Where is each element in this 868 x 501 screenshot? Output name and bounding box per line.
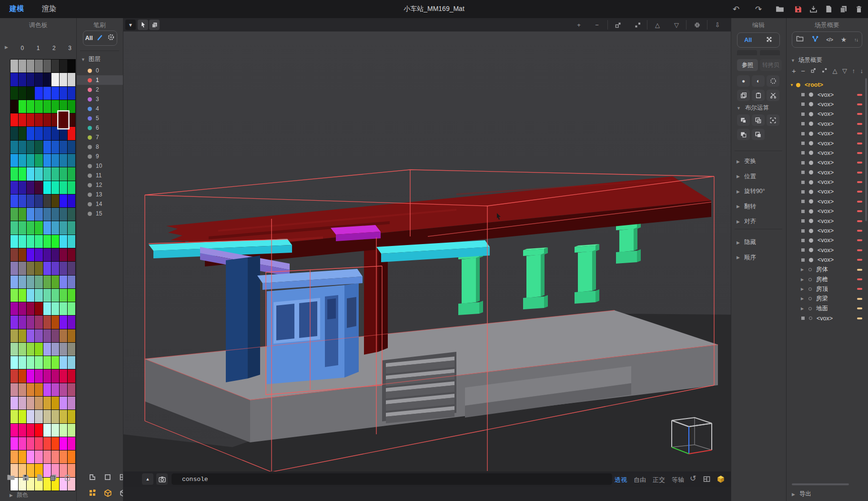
layer-row-5[interactable]: 5 xyxy=(76,113,123,123)
palette-swatch[interactable] xyxy=(51,154,59,167)
transform-move-icon[interactable] xyxy=(766,36,773,45)
palette-swatch[interactable] xyxy=(19,450,26,463)
palette-swatch[interactable] xyxy=(10,289,18,302)
palette-swatch[interactable] xyxy=(60,248,67,261)
export-expand-icon[interactable]: ▶ xyxy=(792,492,795,497)
copy-icon[interactable] xyxy=(737,90,750,101)
palette-swatch[interactable] xyxy=(19,127,26,140)
tree-row-vox[interactable]: <vox> xyxy=(786,235,868,245)
visibility-toggle[interactable] xyxy=(809,190,813,194)
edit-section-变换[interactable]: ▶变换 xyxy=(737,157,756,165)
palette-swatch[interactable] xyxy=(68,289,75,302)
material-dash[interactable] xyxy=(857,259,862,261)
edit-section-对齐[interactable]: ▶对齐 xyxy=(737,217,756,225)
visibility-toggle[interactable] xyxy=(808,287,812,291)
split-view-icon[interactable] xyxy=(703,475,711,485)
palette-swatch[interactable] xyxy=(60,87,67,100)
tree-row-vox[interactable]: <vox> xyxy=(786,197,868,206)
palette-swatch[interactable] xyxy=(68,221,75,234)
boolean-section[interactable]: ▼ 布尔运算 xyxy=(737,104,769,112)
palette-swatch[interactable] xyxy=(43,221,51,234)
palette-swatch[interactable] xyxy=(19,424,26,437)
palette-swatch[interactable] xyxy=(10,167,18,180)
palette-swatch[interactable] xyxy=(10,248,18,261)
palette-swatch[interactable] xyxy=(43,450,51,463)
palette-swatch[interactable] xyxy=(27,194,34,207)
palette-swatch[interactable] xyxy=(10,369,18,382)
palette-swatch[interactable] xyxy=(27,87,34,100)
material-dash[interactable] xyxy=(857,94,862,96)
open-palette-icon[interactable] xyxy=(7,474,15,483)
view-mode-perspective[interactable]: 透视 xyxy=(615,476,627,484)
color-expand-icon[interactable]: ▶ xyxy=(10,493,13,498)
palette-tab-0[interactable]: 0 xyxy=(21,45,24,51)
palette-swatch[interactable] xyxy=(27,167,34,180)
sphere-half-icon[interactable]: ◐ xyxy=(752,75,765,87)
scene-canvas[interactable] xyxy=(123,31,731,471)
bool-union-icon[interactable] xyxy=(737,114,750,126)
palette-swatch[interactable] xyxy=(43,113,51,126)
material-dash[interactable] xyxy=(857,113,862,115)
material-dash[interactable] xyxy=(857,201,862,203)
open-file-icon[interactable] xyxy=(774,3,786,15)
palette-swatch[interactable] xyxy=(68,194,75,207)
palette-swatch[interactable] xyxy=(68,316,75,328)
palette-swatch[interactable] xyxy=(19,181,26,194)
palette-swatch[interactable] xyxy=(60,356,67,369)
palette-swatch[interactable] xyxy=(60,235,67,248)
palette-swatch[interactable] xyxy=(68,343,75,356)
section-expand-icon[interactable]: ▶ xyxy=(737,255,740,260)
node-rotate-down-icon[interactable]: ▽ xyxy=(842,67,847,74)
palette-swatch[interactable] xyxy=(51,450,59,463)
tree-expand-icon[interactable]: ▶ xyxy=(801,277,804,282)
tree-row-vox[interactable]: <vox> xyxy=(786,226,868,235)
palette-swatch[interactable] xyxy=(51,397,59,409)
palette-swatch[interactable] xyxy=(27,369,34,382)
tree-row-vox[interactable]: <vox> xyxy=(786,206,868,216)
palette-swatch[interactable] xyxy=(51,369,59,382)
palette-swatch[interactable] xyxy=(19,194,26,207)
palette-swatch[interactable] xyxy=(10,181,18,194)
palette-swatch[interactable] xyxy=(68,383,75,396)
palette-swatch[interactable] xyxy=(27,127,34,140)
palette-swatch[interactable] xyxy=(60,262,67,275)
palette-swatch[interactable] xyxy=(68,397,75,409)
palette-swatch[interactable] xyxy=(35,235,42,248)
palette-swatch[interactable] xyxy=(43,127,51,140)
palette-swatch[interactable] xyxy=(43,87,51,100)
palette-swatch[interactable] xyxy=(10,113,18,126)
tree-row-vox[interactable]: <vox> xyxy=(786,148,868,158)
expand-console-button[interactable]: ▲ xyxy=(142,473,153,485)
palette-swatch[interactable] xyxy=(51,343,59,356)
export-section[interactable]: ▶ 导出 xyxy=(792,490,811,498)
tree-row-房梁[interactable]: ▶房梁 xyxy=(786,294,868,304)
palette-swatch[interactable] xyxy=(27,329,34,342)
palette-swatch[interactable] xyxy=(10,329,18,342)
palette-expand-icon[interactable]: ▶ xyxy=(5,45,8,51)
palette-swatch[interactable] xyxy=(10,127,18,140)
palette-swatch[interactable] xyxy=(51,100,59,113)
palette-swatch[interactable] xyxy=(19,329,26,342)
palette-swatch[interactable] xyxy=(60,127,67,140)
palette-swatch[interactable] xyxy=(10,208,18,221)
palette-swatch[interactable] xyxy=(68,113,75,126)
visibility-toggle[interactable] xyxy=(808,268,812,271)
palette-swatch[interactable] xyxy=(19,397,26,409)
voxel-node-icon[interactable] xyxy=(801,112,805,116)
palette-swatch[interactable] xyxy=(60,424,67,437)
palette-swatch[interactable] xyxy=(19,369,26,382)
palette-swatch[interactable] xyxy=(27,356,34,369)
layer-row-8[interactable]: 8 xyxy=(76,142,123,152)
fit-view-icon[interactable] xyxy=(691,20,703,30)
palette-swatch[interactable] xyxy=(60,316,67,328)
palette-swatch[interactable] xyxy=(68,302,75,315)
node-scale-down-icon[interactable] xyxy=(821,67,828,75)
palette-swatch[interactable] xyxy=(68,127,75,140)
undo-icon[interactable]: ↶ xyxy=(730,3,742,15)
palette-swatch[interactable] xyxy=(19,343,26,356)
layer-row-14[interactable]: 14 xyxy=(76,199,123,209)
viewport[interactable]: ▼ + − △ ▽ ⇩ xyxy=(123,18,731,501)
palette-swatch[interactable] xyxy=(27,289,34,302)
palette-swatch[interactable] xyxy=(35,397,42,409)
palette-swatch[interactable] xyxy=(51,356,59,369)
